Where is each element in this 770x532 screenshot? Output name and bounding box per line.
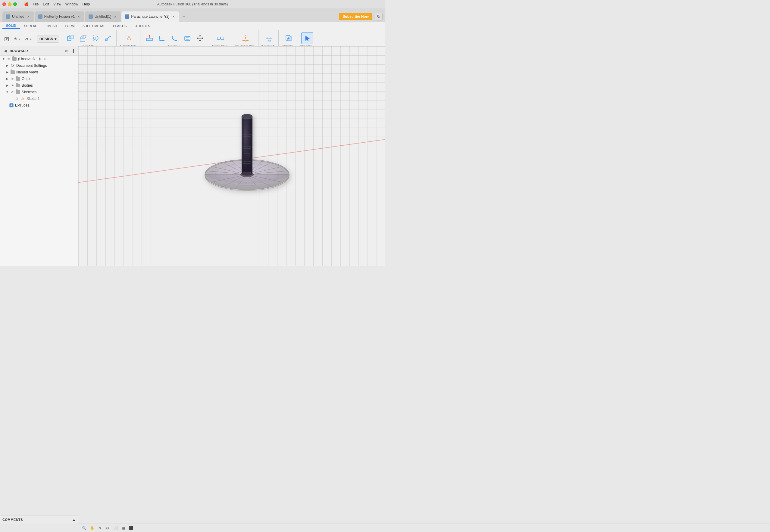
select-group-inner: SELECT ▾	[300, 32, 315, 48]
inspect-items: mm	[263, 32, 275, 44]
menu-edit[interactable]: Edit	[43, 2, 49, 6]
close-button[interactable]	[2, 2, 6, 6]
move-icon	[196, 34, 204, 42]
automate-button[interactable]	[123, 32, 135, 44]
design-dropdown[interactable]: DESIGN ▾	[37, 36, 59, 43]
add-tab-button[interactable]: +	[180, 13, 188, 21]
new-component-button[interactable]	[64, 32, 76, 44]
browser-back-button[interactable]: ◀	[2, 48, 8, 54]
tab-untitled1[interactable]: Untitled(1) ✕	[85, 11, 121, 22]
tab-parachute[interactable]: Parachute Launcher*(2) ✕	[121, 11, 179, 22]
chamfer-button[interactable]	[169, 32, 181, 44]
svg-rect-15	[245, 40, 247, 42]
tree-arrow-doc: ▶	[5, 64, 9, 67]
menu-file[interactable]: File	[33, 2, 39, 6]
browser-title: BROWSER	[10, 49, 28, 53]
insert-button[interactable]	[283, 32, 295, 44]
toolbar-tab-form[interactable]: FORM	[61, 23, 78, 29]
tree-document-settings[interactable]: ▶ Document Settings	[0, 62, 78, 69]
toolbar-tab-sheet-metal[interactable]: SHEET METAL	[79, 23, 109, 29]
tab-close-untitled1[interactable]: ✕	[113, 14, 117, 19]
shell-button[interactable]	[181, 32, 194, 44]
sweep-icon	[104, 34, 113, 42]
subscribe-button[interactable]: Subscribe Now	[339, 13, 372, 20]
assemble-group: ASSEMBLE ▾	[210, 30, 232, 48]
tab-label: Parachute Launcher*(2)	[131, 14, 169, 19]
tree-origin[interactable]: ▶ 👁 Origin	[0, 76, 78, 82]
menu-apple[interactable]: 🍎	[24, 2, 29, 6]
toolbar-tab-surface[interactable]: SURFACE	[20, 23, 43, 29]
tree-root[interactable]: ▼ 👁 (Unsaved)	[0, 56, 78, 62]
tree-extrude1[interactable]: ▶ Extrude1	[0, 102, 78, 109]
tree-settings-icon[interactable]	[38, 57, 42, 61]
tab-flutterfly[interactable]: Flutterfly Fusion v1 ✕	[35, 11, 84, 22]
save-button[interactable]	[2, 36, 11, 43]
redo-button[interactable]: ▾	[23, 36, 33, 43]
sweep-button[interactable]	[102, 32, 114, 44]
toolbar-tab-solid[interactable]: SOLID	[2, 23, 20, 29]
toolbar-tab-plastic[interactable]: PLASTIC	[109, 23, 130, 29]
tree-eye-sketches[interactable]: 👁	[10, 90, 14, 94]
tree-eye-bodies[interactable]: 👁	[10, 83, 14, 88]
tree-sketch1[interactable]: ▶ Sketch1	[0, 95, 78, 102]
move-button[interactable]	[194, 32, 206, 44]
minimize-button[interactable]	[8, 2, 11, 6]
tab-icon	[88, 14, 93, 19]
construct-button[interactable]	[240, 32, 252, 44]
tab-close-flutterfly[interactable]: ✕	[76, 14, 81, 19]
construct-icon	[241, 34, 250, 42]
folder-icon-named-views	[10, 70, 15, 75]
menu-window[interactable]: Window	[65, 2, 78, 6]
tree-bodies[interactable]: ▶ 👁 Bodies	[0, 82, 78, 89]
modify-items	[143, 32, 206, 44]
browser-pin-button[interactable]: ⊕	[64, 48, 69, 54]
undo-button[interactable]: ▾	[11, 36, 22, 43]
extrude-button[interactable]	[77, 32, 89, 44]
tab-close-untitled[interactable]: ✕	[26, 14, 30, 19]
sketch-icon	[20, 96, 25, 101]
tree-arrow-origin: ▶	[5, 77, 9, 81]
tree-label-doc-settings: Document Settings	[16, 63, 47, 68]
tree-named-views[interactable]: ▶ Named Views	[0, 69, 78, 76]
tab-label: Untitled(1)	[95, 14, 111, 19]
tree-dot-menu[interactable]	[44, 57, 48, 61]
svg-rect-2	[69, 35, 73, 39]
fillet-button[interactable]	[156, 32, 168, 44]
tree-sketches[interactable]: ▼ 👁 Sketches	[0, 89, 78, 95]
tab-untitled[interactable]: Untitled ✕	[2, 11, 34, 22]
title-bar: 🍎 File Edit View Window Help Autodesk Fu…	[0, 0, 385, 8]
tab-icon	[125, 14, 129, 19]
refresh-button[interactable]: ↻	[375, 13, 383, 20]
construct-group: CONSTRUCT ▾	[233, 30, 258, 48]
insert-group-inner: INSERT ▾	[282, 32, 295, 48]
browser-header: ◀ BROWSER ⊕ ▐	[0, 46, 78, 56]
traffic-lights	[2, 2, 17, 6]
inspect-button[interactable]: mm	[263, 32, 275, 44]
model-svg	[196, 93, 298, 208]
tab-close-parachute[interactable]: ✕	[171, 14, 175, 19]
tree-eye-origin[interactable]: 👁	[10, 77, 14, 81]
tree-eye-root[interactable]: 👁	[7, 57, 11, 61]
3d-viewport[interactable]	[78, 46, 385, 266]
inspect-group: mm INSPECT ▾	[260, 30, 279, 48]
toolbar-tab-utilities[interactable]: UTILITIES	[131, 23, 154, 29]
maximize-button[interactable]	[13, 2, 17, 6]
joint-button[interactable]	[215, 32, 227, 44]
press-pull-button[interactable]	[143, 32, 155, 44]
toolbar-tab-mesh[interactable]: MESH	[44, 23, 61, 29]
browser-collapse-button[interactable]: ▐	[70, 48, 76, 54]
folder-icon-sketches	[16, 90, 20, 94]
select-button[interactable]	[301, 32, 313, 44]
construct-group-inner: CONSTRUCT ▾	[235, 32, 256, 48]
menu-view[interactable]: View	[53, 2, 61, 6]
revolve-icon	[92, 34, 100, 42]
svg-rect-0	[5, 37, 8, 41]
undo-redo-group: ▾ ▾	[2, 36, 33, 43]
modify-group-inner: MODIFY ▾	[143, 32, 206, 48]
folder-icon-origin	[16, 76, 20, 81]
tab-bar: Untitled ✕ Flutterfly Fusion v1 ✕ Untitl…	[0, 8, 385, 22]
svg-rect-10	[217, 37, 220, 39]
revolve-button[interactable]	[90, 32, 102, 44]
menu-help[interactable]: Help	[82, 2, 90, 6]
tab-icon	[6, 14, 10, 19]
